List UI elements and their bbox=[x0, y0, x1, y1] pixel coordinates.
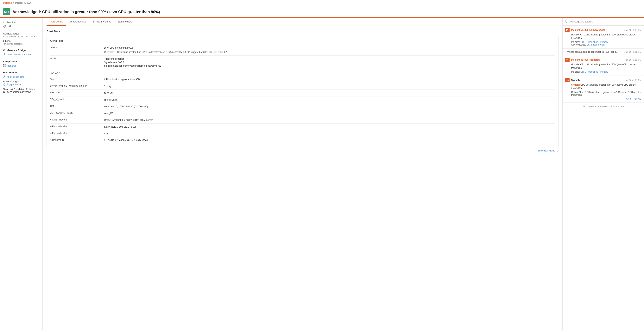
field-key-sfx-host: SFX_host bbox=[50, 91, 104, 94]
field-val-forwarded-port: 443 bbox=[104, 132, 555, 135]
check-icon: ✓ bbox=[3, 21, 5, 24]
alert-payload-link[interactable]: > Alert Payload bbox=[571, 97, 641, 100]
field-val-forwarded-for: 52.37.46.131, 108.162.246.138 bbox=[104, 125, 555, 129]
field-val-routing-keys: zevn_PRI bbox=[104, 112, 555, 115]
time-value: 6 Mins bbox=[3, 39, 39, 42]
ack-user-link[interactable]: ghigginbottom bbox=[591, 43, 605, 46]
field-val-sfx-host: zevn-vo1 bbox=[104, 91, 555, 95]
chat-feed: SFx Incident #14026 Acknowledged Jun. 10… bbox=[562, 25, 644, 331]
field-val-timet: Wed, Jun 10, 2020 14:04:10 (GMT+01:00) bbox=[104, 105, 555, 108]
field-val-detector: zevn CPU greater than 90% Rule "CPU util… bbox=[104, 46, 555, 54]
acknowledged-user[interactable]: @ghigginbottom bbox=[3, 83, 39, 86]
sfx-badge-signalfx: SFx bbox=[565, 78, 570, 82]
teams-label: Teams & Escalation Policies bbox=[3, 88, 39, 91]
integration-general[interactable]: general bbox=[3, 64, 39, 67]
add-conference-bridge-label: Add Conference Bridge bbox=[6, 53, 31, 56]
right-panel: SFx Incident #14026 Acknowledged Jun. 10… bbox=[562, 18, 644, 331]
chat-body-signalfx: Critical: CPU utilization is greater tha… bbox=[571, 83, 641, 90]
team-value: GHIG_Workshop (Primary) bbox=[3, 91, 39, 93]
chat-sender-signalfx: Signalfx bbox=[571, 79, 580, 81]
field-val-request-id: 01d59525-fb29-4598-8142-c2d632e355ed bbox=[104, 139, 555, 142]
message-team-input[interactable] bbox=[570, 20, 641, 23]
field-key-detector: detector bbox=[50, 46, 104, 49]
field-row-detector: detector zevn CPU greater than 90% Rule … bbox=[50, 44, 555, 56]
breadcrumb-parent[interactable]: Incidents bbox=[3, 1, 12, 4]
reroute-icon[interactable] bbox=[8, 24, 11, 28]
field-val-trace-id: Root=1-5ee0da00-c0e89f78a34a1b185024efba bbox=[104, 118, 555, 122]
add-responders-label: Add Responders bbox=[6, 75, 24, 78]
resolve-label: Resolve bbox=[6, 21, 16, 24]
policies-link-triggered[interactable]: GHIG_Workshop : Primary bbox=[580, 70, 608, 73]
conference-bridge-section: Conference Bridge Add Conference Bridge bbox=[3, 49, 39, 56]
chat-time-triggered: Jun. 10 - 2:02 PM bbox=[624, 59, 641, 61]
add-conference-bridge-button[interactable]: Add Conference Bridge bbox=[3, 53, 39, 56]
chat-header-acknowledged: SFx Incident #14026 Acknowledged Jun. 10… bbox=[565, 28, 641, 32]
field-row-urgency: ServiceNowField_victorops_urgency 1 - Hi… bbox=[50, 83, 555, 90]
responders-title: Responders bbox=[3, 71, 39, 74]
field-row-trace-id: X-Amzn-Trace-Id Root=1-5ee0da00-c0e89f78… bbox=[50, 117, 555, 124]
field-key-forwarded-for: X-Forwarded-For bbox=[50, 125, 104, 128]
field-key-inputs: inputs bbox=[50, 57, 104, 60]
tab-stakeholders[interactable]: Stakeholders bbox=[114, 18, 135, 26]
sidebar: ✓ Resolve bbox=[0, 18, 43, 331]
snooze-reroute-area bbox=[3, 24, 39, 28]
policies-link-acknowledged[interactable]: GHIG_Workshop : Primary bbox=[580, 41, 608, 43]
svg-point-1 bbox=[4, 76, 5, 77]
field-key-trace-id: X-Amzn-Trace-Id bbox=[50, 118, 104, 121]
field-key-request-id: X-Request-ID bbox=[50, 139, 104, 141]
page-header: SFx Acknowledged: CPU utilization is gre… bbox=[0, 6, 644, 18]
resolve-section: ✓ Resolve bbox=[3, 21, 39, 28]
field-key-routing-keys: VO_ROUTING_KEYS bbox=[50, 112, 104, 114]
chat-sender-triggered: Incident #14026 Triggered bbox=[571, 58, 600, 61]
chat-simple-body: Trying to contact ghigginbottom for #140… bbox=[565, 50, 618, 53]
integration-label: general bbox=[7, 64, 16, 67]
field-val-rule: CPU utilization is greater than 90% bbox=[104, 78, 555, 81]
status-section: Acknowledged Acknowledged on Jun. 10 - 2… bbox=[3, 32, 39, 45]
chat-time-signalfx: Jun. 10 - 2:02 PM bbox=[624, 79, 641, 81]
sfx-logo: SFx bbox=[3, 8, 10, 15]
integrations-section: Integrations general bbox=[3, 60, 39, 67]
field-key-urgency: ServiceNowField_victorops_urgency bbox=[50, 84, 104, 87]
alert-fields-box: Alert Fields detector zevn CPU greater t… bbox=[46, 36, 558, 147]
page-title: Acknowledged: CPU utilization is greater… bbox=[12, 10, 160, 14]
acknowledged-responder-label: Acknowledged bbox=[3, 80, 39, 83]
snooze-icon[interactable] bbox=[3, 24, 6, 28]
field-row-routing-keys: VO_ROUTING_KEYS zevn_PRI bbox=[50, 110, 555, 117]
add-responder-icon bbox=[3, 75, 6, 78]
chat-header-signalfx: SFx Signalfx Jun. 10 - 2:02 PM bbox=[565, 78, 641, 82]
field-row-timet: TIMET Wed, Jun 10, 2020 14:04:10 (GMT+01… bbox=[50, 103, 555, 110]
chat-sender-acknowledged: Incident #14026 Acknowledged bbox=[571, 29, 606, 31]
field-key-timet: TIMET bbox=[50, 105, 104, 107]
tab-similar-incidents[interactable]: Similar Incidents bbox=[90, 18, 114, 26]
field-key-is-vo-ack: is_vo_ack bbox=[50, 71, 104, 74]
field-key-sfx-metric: SFX_sf_metric bbox=[50, 98, 104, 101]
show-null-fields-button[interactable]: Show Null Fields (1) bbox=[46, 149, 558, 152]
conference-bridge-title: Conference Bridge bbox=[3, 49, 39, 52]
chat-body-triggered: signalfx: CPU utilization is greater tha… bbox=[571, 63, 641, 70]
bridge-icon bbox=[3, 53, 6, 56]
field-key-forwarded-port: X-Forwarded-Port bbox=[50, 132, 104, 135]
field-val-is-vo-ack: 1 bbox=[104, 71, 555, 74]
tab-alert-details[interactable]: Alert Details bbox=[46, 18, 66, 26]
field-row-inputs: inputs Triggering condition: Signal valu… bbox=[50, 56, 555, 69]
chat-item-acknowledged: SFx Incident #14026 Acknowledged Jun. 10… bbox=[562, 25, 644, 49]
resolve-button[interactable]: ✓ Resolve bbox=[3, 21, 39, 24]
chat-meta-signalfx: Critical Alert: CPU utilization is great… bbox=[571, 91, 641, 96]
fields-header: Alert Fields bbox=[50, 39, 555, 42]
acknowledged-on: Acknowledged on Jun. 10 - 2:04 PM bbox=[3, 35, 39, 37]
add-responders-button[interactable]: Add Responders bbox=[3, 75, 39, 78]
chat-item-simple: Trying to contact ghigginbottom for #140… bbox=[562, 49, 644, 55]
critical-prefix: Critical: bbox=[571, 83, 580, 86]
field-row-rule: rule CPU utilization is greater than 90% bbox=[50, 76, 555, 83]
breadcrumb-current: Incident #14026 bbox=[15, 1, 32, 4]
alert-content: Alert Data Alert Fields detector zevn CP… bbox=[43, 26, 562, 156]
breadcrumb: Incidents > Incident #14026 bbox=[0, 0, 644, 6]
chat-time-acknowledged: Jun. 10 - 2:04 PM bbox=[624, 29, 641, 31]
chat-meta-triggered: Policies: GHIG_Workshop : Primary bbox=[571, 70, 641, 73]
field-key-rule: rule bbox=[50, 78, 104, 80]
field-row-forwarded-for: X-Forwarded-For 52.37.46.131, 108.162.24… bbox=[50, 124, 555, 130]
tab-annotations[interactable]: Annotations (2) bbox=[66, 18, 90, 26]
slack-icon bbox=[3, 64, 6, 67]
chat-body-acknowledged: signalfx: CPU utilization is greater tha… bbox=[571, 33, 641, 40]
sfx-badge-triggered: SFx bbox=[565, 58, 570, 62]
